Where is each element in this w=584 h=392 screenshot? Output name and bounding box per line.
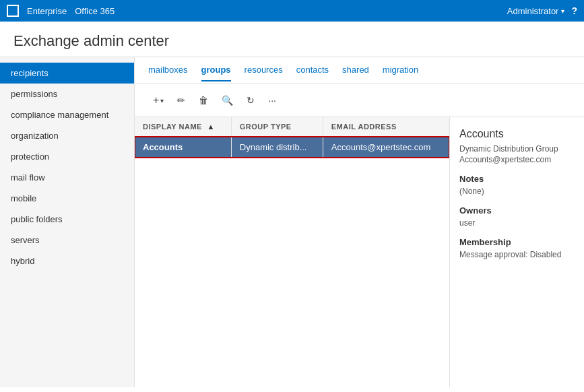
detail-notes-value: (None): [459, 187, 575, 196]
admin-button[interactable]: Administrator ▾: [507, 6, 565, 16]
admin-label: Administrator: [507, 6, 559, 16]
grid-area: DISPLAY NAME ▲ GROUP TYPE EMAIL ADDRESS: [135, 117, 584, 387]
detail-notes-title: Notes: [459, 174, 575, 184]
chevron-down-icon: ▾: [561, 7, 564, 15]
sidebar-item-publicfolders[interactable]: public folders: [0, 209, 134, 230]
detail-email: Accounts@xpertstec.com: [459, 155, 575, 164]
detail-membership-section: Membership Message approval: Disabled: [459, 237, 575, 259]
detail-owners-title: Owners: [459, 205, 575, 216]
logo-icon: [8, 6, 18, 15]
top-bar: Enterprise Office 365 Administrator ▾ ?: [0, 0, 584, 22]
tab-migration[interactable]: migration: [383, 59, 418, 81]
tab-bar: mailboxes groups resources contacts shar…: [135, 57, 584, 84]
add-button[interactable]: + ▾: [148, 91, 168, 110]
sidebar-item-hybrid[interactable]: hybrid: [0, 251, 134, 271]
top-bar-left: Enterprise Office 365: [7, 5, 115, 17]
more-button[interactable]: ···: [263, 92, 281, 109]
cell-group-type: Dynamic distrib...: [231, 137, 323, 158]
col-group-type[interactable]: GROUP TYPE: [231, 117, 323, 137]
sidebar-item-servers[interactable]: servers: [0, 230, 134, 251]
delete-icon: 🗑: [199, 95, 208, 106]
table-header-row: DISPLAY NAME ▲ GROUP TYPE EMAIL ADDRESS: [135, 117, 449, 137]
refresh-icon: ↻: [247, 95, 255, 106]
tab-shared[interactable]: shared: [342, 59, 369, 81]
sidebar-item-permissions[interactable]: permissions: [0, 84, 134, 104]
detail-owners-value: user: [459, 218, 575, 228]
edit-icon: ✏: [177, 95, 185, 106]
app2-label: Office 365: [75, 6, 115, 16]
detail-membership-value: Message approval: Disabled: [459, 250, 575, 259]
sidebar-item-mailflow[interactable]: mail flow: [0, 167, 134, 188]
top-bar-right: Administrator ▾ ?: [507, 5, 577, 16]
detail-name: Accounts: [459, 128, 575, 140]
col-display-name[interactable]: DISPLAY NAME ▲: [135, 117, 231, 137]
col-email-address[interactable]: EMAIL ADDRESS: [323, 117, 449, 137]
more-icon: ···: [268, 95, 276, 106]
cell-display-name: Accounts: [135, 137, 231, 158]
delete-button[interactable]: 🗑: [194, 92, 213, 109]
app-logo: [7, 5, 19, 17]
cell-email-address: Accounts@xpertstec.com: [323, 137, 449, 158]
table-container: DISPLAY NAME ▲ GROUP TYPE EMAIL ADDRESS: [135, 117, 449, 387]
page-header: Exchange admin center: [0, 22, 584, 57]
main-layout: recipients permissions compliance manage…: [0, 57, 584, 387]
search-icon: 🔍: [222, 95, 233, 106]
sidebar-item-mobile[interactable]: mobile: [0, 188, 134, 209]
add-icon: +: [153, 94, 159, 106]
detail-owners-section: Owners user: [459, 205, 575, 228]
sidebar-item-recipients[interactable]: recipients: [0, 63, 134, 84]
detail-notes-section: Notes (None): [459, 174, 575, 196]
toolbar: + ▾ ✏ 🗑 🔍 ↻ ···: [135, 84, 584, 117]
tab-resources[interactable]: resources: [245, 59, 283, 81]
col-email-label: EMAIL ADDRESS: [331, 123, 397, 131]
add-chevron-icon: ▾: [160, 97, 164, 104]
col-display-name-label: DISPLAY NAME: [143, 123, 202, 131]
refresh-button[interactable]: ↻: [242, 92, 259, 109]
sort-icon: ▲: [207, 123, 214, 131]
search-button[interactable]: 🔍: [217, 92, 238, 109]
detail-type: Dynamic Distribution Group: [459, 144, 575, 154]
tab-mailboxes[interactable]: mailboxes: [148, 59, 188, 81]
help-label: ?: [571, 5, 577, 16]
tab-groups[interactable]: groups: [201, 59, 231, 81]
detail-panel: Accounts Dynamic Distribution Group Acco…: [449, 117, 584, 387]
table-row[interactable]: AccountsDynamic distrib...Accounts@xpert…: [135, 137, 449, 158]
tab-contacts[interactable]: contacts: [296, 59, 329, 81]
sidebar-item-compliance[interactable]: compliance management: [0, 104, 134, 125]
edit-button[interactable]: ✏: [172, 92, 190, 109]
sidebar: recipients permissions compliance manage…: [0, 57, 135, 387]
detail-membership-title: Membership: [459, 237, 575, 247]
help-button[interactable]: ?: [571, 5, 577, 16]
groups-table: DISPLAY NAME ▲ GROUP TYPE EMAIL ADDRESS: [135, 117, 449, 158]
content-area: mailboxes groups resources contacts shar…: [135, 57, 584, 387]
app1-label: Enterprise: [27, 6, 67, 16]
sidebar-item-organization[interactable]: organization: [0, 125, 134, 146]
page-title: Exchange admin center: [13, 32, 571, 50]
sidebar-item-protection[interactable]: protection: [0, 146, 134, 167]
col-group-type-label: GROUP TYPE: [240, 123, 292, 131]
